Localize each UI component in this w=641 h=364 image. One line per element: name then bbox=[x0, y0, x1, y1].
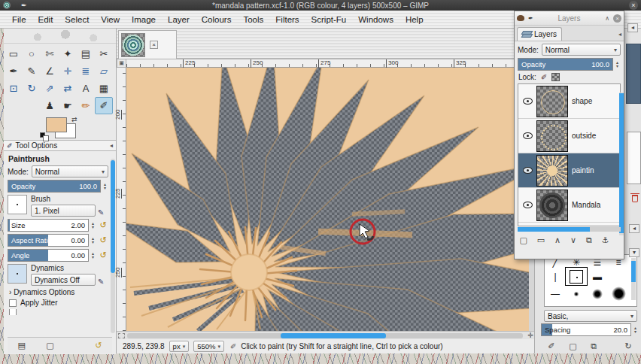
close-icon[interactable]: × bbox=[613, 14, 621, 23]
restore-preset-button[interactable]: ▢ bbox=[46, 341, 53, 350]
zoom-dropdown[interactable]: 550% ▾ bbox=[193, 341, 224, 352]
angle-slider[interactable]: Angle 0.00 bbox=[8, 249, 89, 262]
tool-fuzzy-select[interactable]: ✦ bbox=[59, 45, 77, 62]
tool-paintbrush[interactable]: ✐ bbox=[95, 97, 113, 114]
layer-thumbnail[interactable] bbox=[536, 155, 568, 187]
paint-mode-dropdown[interactable]: Normal ▾ bbox=[32, 165, 108, 177]
tool-measure[interactable]: ∠ bbox=[41, 62, 59, 80]
brush-fuzzy-large[interactable] bbox=[608, 285, 629, 302]
edit-brush-button[interactable]: ✐ bbox=[548, 341, 554, 351]
menu-edit[interactable]: Edit bbox=[32, 15, 59, 24]
visibility-eye-icon[interactable] bbox=[523, 98, 533, 105]
tool-eraser[interactable] bbox=[23, 97, 41, 114]
new-layer-button[interactable]: ▢ bbox=[519, 235, 527, 245]
lock-alpha-icon[interactable] bbox=[551, 73, 560, 81]
tab-menu-icon[interactable]: ◂ bbox=[110, 142, 113, 149]
horizontal-ruler[interactable]: 225250275300325 bbox=[126, 59, 529, 68]
lower-layer-button[interactable]: ∨ bbox=[570, 235, 576, 245]
layer-row-paintin[interactable]: paintin bbox=[518, 153, 620, 188]
duplicate-brush-button[interactable]: ⧉ bbox=[591, 341, 597, 351]
new-brush-button[interactable]: ▢ bbox=[569, 341, 576, 351]
apply-jitter-checkbox[interactable] bbox=[9, 299, 17, 307]
visibility-eye-icon[interactable] bbox=[523, 202, 533, 208]
menu-select[interactable]: Select bbox=[59, 15, 95, 24]
tool-perspective[interactable]: ▱ bbox=[95, 62, 113, 80]
layer-opacity-spinner[interactable]: ▴▾ bbox=[614, 61, 621, 68]
edit-dynamics-icon[interactable]: ✎ bbox=[98, 278, 108, 286]
dynamics-icon[interactable] bbox=[8, 264, 27, 284]
collapse-icon[interactable]: ∧ bbox=[605, 15, 609, 22]
brush-fuzzy-medium[interactable] bbox=[587, 285, 608, 302]
scrollbar-thumb[interactable] bbox=[631, 261, 636, 282]
spacing-slider[interactable]: Spacing 20.0 bbox=[541, 323, 631, 336]
tool-options-scrollbar[interactable] bbox=[111, 159, 115, 333]
vertical-ruler[interactable]: 200225250 bbox=[117, 68, 126, 331]
new-group-button[interactable]: ▭ bbox=[537, 235, 545, 245]
tool-scale[interactable]: ⇗ bbox=[41, 80, 59, 97]
layer-name[interactable]: Mandala bbox=[572, 201, 600, 209]
menu-colours[interactable]: Colours bbox=[196, 15, 238, 24]
brush-ellipse[interactable] bbox=[608, 268, 629, 285]
angle-spinner[interactable]: ▴▾ bbox=[90, 252, 96, 259]
menu-layer[interactable]: Layer bbox=[162, 15, 196, 24]
reset-size-icon[interactable]: ↺ bbox=[98, 220, 108, 230]
layer-row-Mandala[interactable]: Mandala bbox=[518, 188, 620, 223]
menu-file[interactable]: File bbox=[6, 15, 32, 24]
menu-view[interactable]: View bbox=[95, 15, 126, 24]
menu-windows[interactable]: Windows bbox=[352, 15, 399, 24]
dock-tab-menu-button[interactable]: ◂ bbox=[627, 23, 638, 32]
layer-opacity-slider[interactable]: Opacity 100.0 bbox=[518, 58, 613, 71]
visibility-eye-icon[interactable] bbox=[523, 132, 533, 139]
layer-name[interactable]: paintin bbox=[572, 166, 594, 174]
tool-move[interactable]: ✛ bbox=[59, 62, 77, 80]
raise-layer-button[interactable]: ∧ bbox=[554, 235, 560, 245]
tool-text[interactable]: A bbox=[77, 80, 95, 97]
tool-pencil[interactable]: ✏ bbox=[77, 97, 95, 114]
dock-delete-button[interactable] bbox=[632, 195, 638, 204]
window-close-button[interactable]: × bbox=[629, 1, 638, 10]
layer-name[interactable]: shape bbox=[572, 97, 592, 105]
menu-filters[interactable]: Filters bbox=[269, 15, 305, 24]
tool-paths[interactable]: ✒ bbox=[5, 62, 23, 80]
dock-tab-menu-button-2[interactable]: ◂ bbox=[629, 224, 639, 233]
refresh-brushes-button[interactable]: ↻ bbox=[624, 341, 631, 351]
tool-select-by-colour[interactable]: ▤ bbox=[77, 45, 95, 62]
brush-pixel[interactable] bbox=[566, 268, 587, 285]
layer-mode-dropdown[interactable]: Normal ▾ bbox=[542, 44, 621, 56]
layer-name[interactable]: outside bbox=[572, 132, 596, 140]
tool-gradient[interactable] bbox=[5, 97, 23, 114]
apply-jitter-row[interactable]: Apply Jitter bbox=[9, 299, 108, 307]
brush-block[interactable]: ▬ bbox=[587, 268, 608, 285]
scrollbar-thumb[interactable] bbox=[518, 227, 590, 232]
default-colours-icon[interactable] bbox=[40, 132, 45, 138]
layer-row-outside[interactable]: outside bbox=[518, 119, 620, 153]
tool-colour-picker[interactable]: ✎ bbox=[23, 62, 41, 80]
foreground-colour-swatch[interactable] bbox=[46, 117, 67, 132]
opacity-slider[interactable]: Opacity 100.0 bbox=[8, 180, 101, 193]
dynamics-options-expander[interactable]: › Dynamics Options bbox=[9, 288, 108, 296]
tool-clone[interactable]: ♟ bbox=[41, 97, 59, 114]
image-tab[interactable]: × bbox=[118, 30, 177, 59]
tab-layers[interactable]: Layers bbox=[517, 27, 562, 41]
layer-row-shape[interactable]: shape bbox=[518, 84, 620, 119]
tool-smudge[interactable]: ☛ bbox=[59, 97, 77, 114]
brush-preview[interactable] bbox=[8, 195, 27, 214]
anchor-layer-button[interactable]: ⚓ bbox=[602, 235, 609, 245]
scrollbar-thumb[interactable] bbox=[111, 160, 115, 273]
duplicate-layer-button[interactable]: ⧉ bbox=[586, 235, 592, 245]
swap-colours-icon[interactable]: ⇄ bbox=[71, 116, 77, 123]
tool-rectangle-select[interactable]: ▭ bbox=[5, 45, 23, 62]
tool-free-select[interactable]: ✄ bbox=[41, 45, 59, 62]
save-preset-button[interactable]: ▤ bbox=[18, 341, 26, 350]
aspect-ratio-slider[interactable]: Aspect Ratio 0.00 bbox=[8, 234, 89, 247]
tool-crop[interactable]: ⊡ bbox=[5, 80, 23, 97]
opacity-spinner[interactable]: ▴▾ bbox=[102, 183, 108, 190]
tab-menu-icon[interactable]: ◂ bbox=[618, 31, 621, 38]
tool-rotate[interactable]: ↻ bbox=[23, 80, 41, 97]
edit-brush-icon[interactable]: ✎ bbox=[98, 208, 108, 217]
layer-list-vscrollbar[interactable] bbox=[619, 93, 624, 235]
brush-fuzzy-small[interactable] bbox=[566, 285, 587, 302]
reset-tool-button[interactable]: ↺ bbox=[95, 341, 102, 350]
reset-angle-icon[interactable]: ↺ bbox=[98, 250, 108, 260]
scrollbar-thumb[interactable] bbox=[619, 93, 624, 233]
